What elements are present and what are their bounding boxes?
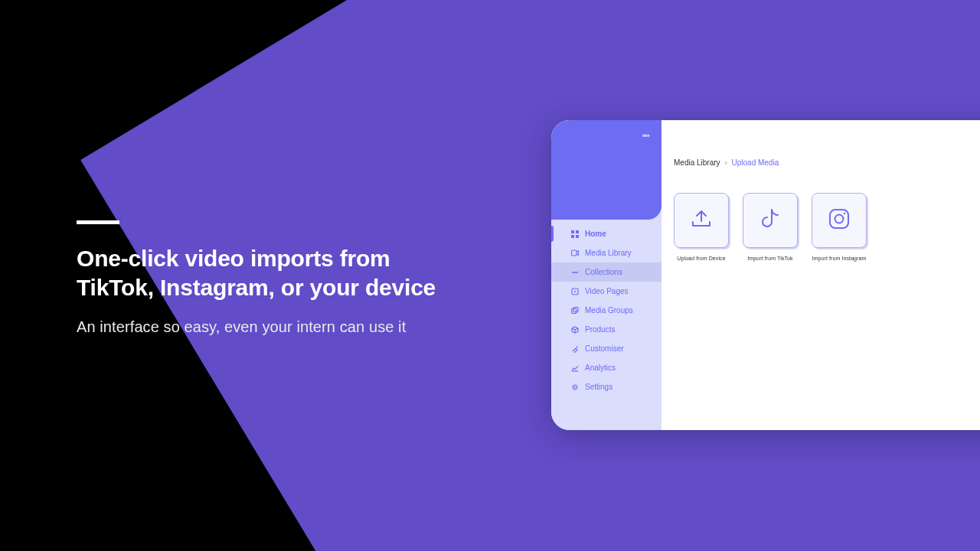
sidebar-item-label: Customiser: [585, 344, 624, 353]
divider-rule: [77, 220, 119, 224]
sidebar-item-analytics[interactable]: Analytics: [551, 358, 662, 377]
svg-point-9: [573, 386, 577, 389]
sidebar-item-label: Media Groups: [585, 306, 633, 315]
import-from-instagram-button[interactable]: [812, 193, 867, 248]
app-window: ••• Home Media Library Collections: [551, 120, 980, 430]
svg-rect-1: [576, 230, 579, 233]
upload-icon: [690, 208, 713, 233]
promo-heading: One-click video imports from TikTok, Ins…: [77, 244, 475, 302]
sidebar-item-label: Video Pages: [585, 287, 629, 295]
svg-rect-10: [830, 210, 848, 228]
page-icon: [571, 288, 579, 295]
promo-block: One-click video imports from TikTok, Ins…: [77, 220, 475, 336]
breadcrumb: Media Library › Upload Media: [674, 158, 980, 167]
sidebar-item-label: Media Library: [585, 249, 632, 257]
sidebar-item-video-pages[interactable]: Video Pages: [551, 282, 662, 301]
sidebar-item-label: Home: [585, 230, 606, 238]
breadcrumb-separator: ›: [724, 158, 727, 167]
card-label: Upload from Device: [674, 256, 729, 261]
svg-rect-4: [572, 250, 577, 256]
main-content: Media Library › Upload Media Upload from…: [662, 120, 980, 430]
tiktok-icon: [760, 207, 780, 233]
svg-rect-0: [571, 230, 574, 233]
customiser-icon: [571, 345, 579, 353]
analytics-icon: [571, 364, 579, 372]
groups-icon: [571, 307, 579, 315]
card-import-instagram: Import from Instagram: [812, 193, 867, 261]
products-icon: [571, 326, 579, 334]
import-from-tiktok-button[interactable]: [743, 193, 798, 248]
sidebar-header: •••: [551, 120, 662, 220]
sidebar-nav: Home Media Library Collections Video Pag…: [551, 220, 662, 396]
minus-icon: [571, 269, 579, 276]
breadcrumb-current: Upload Media: [732, 158, 779, 167]
sidebar-item-products[interactable]: Products: [551, 320, 662, 339]
svg-rect-3: [576, 235, 579, 238]
promo-subheading: An interface so easy, even your intern c…: [77, 318, 475, 336]
card-import-tiktok: Import from TikTok: [743, 193, 798, 261]
video-icon: [571, 249, 579, 257]
sidebar: ••• Home Media Library Collections: [551, 120, 662, 430]
upload-from-device-button[interactable]: [674, 193, 729, 248]
grid-icon: [571, 230, 579, 238]
sidebar-item-settings[interactable]: Settings: [551, 377, 662, 396]
sidebar-item-media-groups[interactable]: Media Groups: [551, 301, 662, 320]
sidebar-item-collections[interactable]: Collections: [551, 262, 662, 282]
card-label: Import from TikTok: [743, 256, 798, 261]
breadcrumb-root[interactable]: Media Library: [674, 158, 720, 167]
sidebar-item-label: Collections: [585, 268, 622, 276]
settings-icon: [571, 383, 579, 391]
svg-rect-2: [571, 235, 574, 238]
sidebar-item-media-library[interactable]: Media Library: [551, 243, 662, 262]
svg-point-12: [844, 213, 845, 214]
sidebar-item-label: Analytics: [585, 364, 616, 372]
sidebar-item-customiser[interactable]: Customiser: [551, 339, 662, 358]
promo-heading-line2: TikTok, Instagram, or your device: [77, 275, 436, 300]
sidebar-item-home[interactable]: Home: [551, 224, 662, 243]
upload-cards-row: Upload from Device Import from TikTok: [674, 193, 980, 261]
card-upload-device: Upload from Device: [674, 193, 729, 261]
svg-point-11: [835, 215, 844, 223]
card-label: Import from Instagram: [812, 256, 867, 261]
instagram-icon: [828, 207, 851, 233]
more-icon[interactable]: •••: [642, 131, 649, 142]
sidebar-item-label: Products: [585, 325, 615, 334]
promo-heading-line1: One-click video imports from: [77, 246, 390, 271]
sidebar-item-label: Settings: [585, 383, 612, 391]
